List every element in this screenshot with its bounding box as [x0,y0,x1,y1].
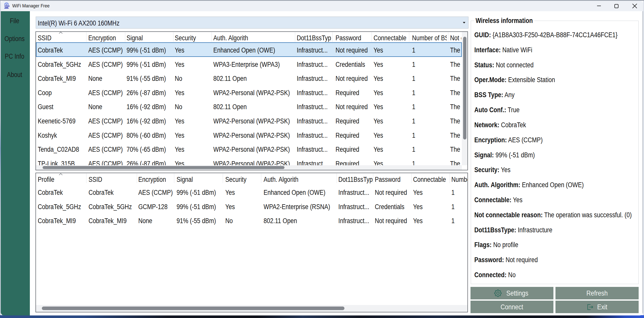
svg-text:WiFi: WiFi [5,6,8,8]
